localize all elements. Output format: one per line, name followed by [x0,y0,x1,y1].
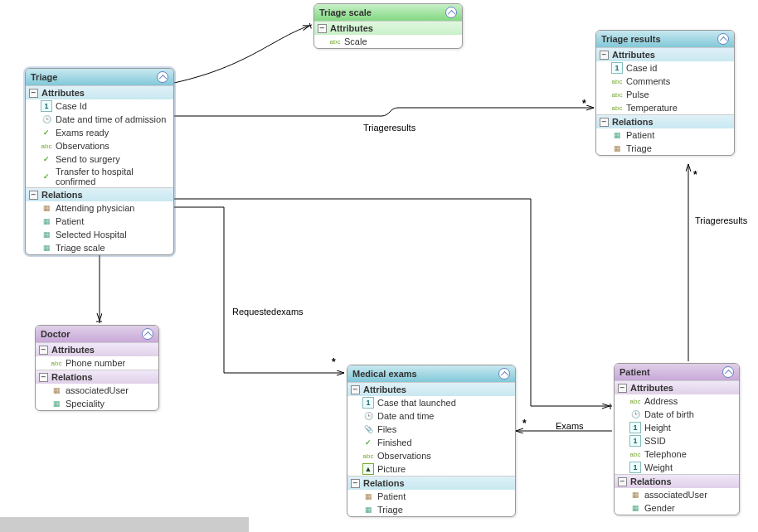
minus-icon[interactable]: − [39,346,48,355]
section-header-attributes[interactable]: − Attributes [347,382,515,396]
attr-label: Height [644,423,671,433]
relation-row[interactable]: ▦Patient [347,490,515,503]
attribute-row[interactable]: abcAddress [615,394,739,408]
attribute-row[interactable]: ✓Send to surgery [26,152,173,166]
section-label: Relations [363,478,405,488]
minus-icon[interactable]: − [600,118,609,127]
minus-icon[interactable]: − [351,479,360,488]
entity-triage-header[interactable]: Triage [26,69,173,85]
relation-row[interactable]: ▦Triage [596,142,734,155]
entity-patient-header[interactable]: Patient [615,364,739,380]
text-icon: abc [611,89,623,100]
section-header-attributes[interactable]: − Attributes [26,85,173,99]
attribute-row[interactable]: abcScale [314,35,462,48]
entity-medical-exams[interactable]: Medical exams − Attributes 1Case that la… [347,365,516,517]
section-header-attributes[interactable]: − Attributes [314,21,462,35]
multiplicity-triageresults-1: * [582,98,586,109]
entity-triage-results[interactable]: Triage results − Attributes 1Case id abc… [595,30,735,156]
relation-row[interactable]: ▦Speciality [36,397,158,410]
entity-triage[interactable]: Triage − Attributes 1Case Id 🕒Date and t… [25,68,174,255]
minus-icon[interactable]: − [318,24,327,33]
attribute-row[interactable]: 1Height [615,421,739,434]
relation-row[interactable]: ▦Patient [596,128,734,142]
section-header-relations[interactable]: − Relations [36,370,158,384]
minus-icon[interactable]: − [618,384,627,393]
entity-doctor-header[interactable]: Doctor [36,326,158,342]
rel-label: Triage [377,505,403,515]
section-label: Attributes [51,345,95,355]
edge-label-triageresults-1: Triageresults [363,123,415,133]
entity-title: Doctor [41,329,70,339]
attribute-row[interactable]: ✓Finished [347,436,515,449]
attribute-row[interactable]: abcTemperature [596,101,734,114]
collapse-icon[interactable] [142,328,153,340]
relation-row[interactable]: ▦Gender [615,501,739,515]
attribute-row[interactable]: 1Case that launched [347,396,515,409]
minus-icon[interactable]: − [29,191,38,200]
attribute-row[interactable]: 🕒Date and time [347,409,515,423]
check-icon: ✓ [362,437,374,448]
entity-triage-results-header[interactable]: Triage results [596,31,734,47]
entity-triage-scale[interactable]: Triage scale − Attributes abcScale [313,3,463,49]
section-header-attributes[interactable]: − Attributes [615,380,739,394]
rel-label: Patient [377,491,406,501]
attribute-row[interactable]: 📎Files [347,423,515,436]
section-header-attributes[interactable]: − Attributes [596,47,734,61]
section-header-relations[interactable]: − Relations [26,187,173,201]
text-icon: abc [611,102,623,114]
entity-patient[interactable]: Patient − Attributes abcAddress 🕒Date of… [614,363,740,515]
section-header-attributes[interactable]: − Attributes [36,342,158,356]
footer-bar [0,517,249,532]
collapse-icon[interactable] [717,33,729,45]
section-header-relations[interactable]: − Relations [596,114,734,128]
collapse-icon[interactable] [157,71,168,83]
section-label: Relations [41,190,83,200]
attribute-row[interactable]: abcObservations [347,449,515,462]
entity-medical-exams-header[interactable]: Medical exams [347,365,515,382]
attribute-row[interactable]: abcPhone number [36,356,158,370]
section-header-relations[interactable]: − Relations [615,474,739,488]
attribute-row[interactable]: 🕒Date and time of admission [26,113,173,126]
attribute-row[interactable]: 1Case id [596,61,734,75]
collapse-icon[interactable] [498,368,510,380]
minus-icon[interactable]: − [600,51,609,60]
minus-icon[interactable]: − [39,373,48,382]
date-icon: 🕒 [629,409,641,420]
section-header-relations[interactable]: − Relations [347,476,515,490]
relation-row[interactable]: ▦Triage scale [26,241,173,254]
relation-row[interactable]: ▦associatedUser [615,488,739,501]
relation-row[interactable]: ▦Selected Hospital [26,228,173,241]
diagram-canvas[interactable]: Triageresults Requestedexams Exams Triag… [0,0,758,532]
attribute-row[interactable]: 1SSID [615,434,739,447]
attribute-row[interactable]: abcPulse [596,88,734,101]
attribute-row[interactable]: 1Case Id [26,99,173,113]
minus-icon[interactable]: − [29,89,38,98]
attribute-row[interactable]: 🕒Date of birth [615,408,739,421]
check-icon: ✓ [41,127,52,138]
text-icon: abc [41,140,52,152]
entity-triage-title: Triage [31,72,57,82]
collapse-icon[interactable] [445,7,457,18]
minus-icon[interactable]: − [618,477,627,486]
text-icon: abc [362,450,374,462]
entity-triage-scale-header[interactable]: Triage scale [314,4,462,21]
relation-row[interactable]: ▦Attending physician [26,201,173,215]
section-label: Attributes [41,88,85,98]
minus-icon[interactable]: − [351,385,360,394]
relation-row[interactable]: ▦associatedUser [36,384,158,397]
attribute-row[interactable]: ✓Transfer to hospital confirmed [26,166,173,187]
collapse-icon[interactable] [722,366,734,378]
relation-row[interactable]: ▦Patient [26,215,173,228]
relation-row[interactable]: ▦Triage [347,503,515,516]
entity-doctor[interactable]: Doctor − Attributes abcPhone number − Re… [35,325,159,411]
rel-label: Speciality [66,399,104,409]
attribute-row[interactable]: abcComments [596,75,734,88]
attribute-row[interactable]: abcTelephone [615,447,739,461]
edge-label-exams: Exams [556,421,584,431]
attribute-row[interactable]: abcObservations [26,139,173,152]
attribute-row[interactable]: 1Weight [615,461,739,474]
section-label: Relations [51,372,93,382]
attribute-row[interactable]: ✓Exams ready [26,126,173,139]
attr-label: Date and time of admission [56,114,166,124]
attribute-row[interactable]: ▲Picture [347,462,515,476]
